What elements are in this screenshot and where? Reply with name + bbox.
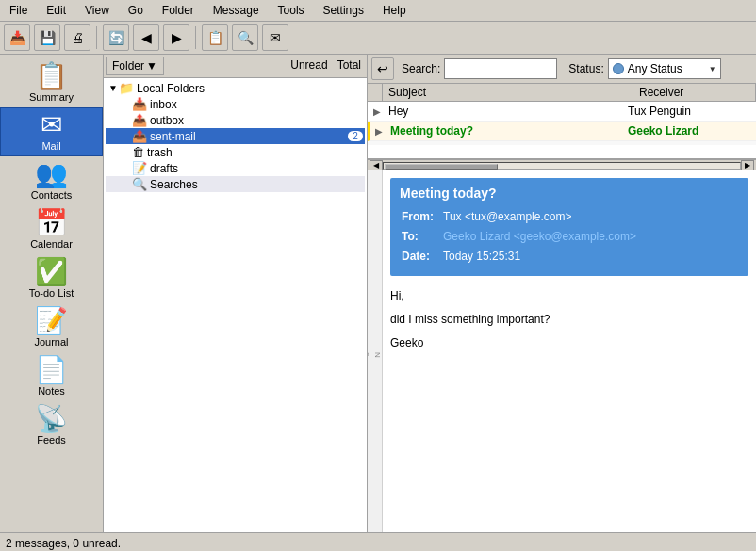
sidebar-label-journal: Journal (34, 336, 68, 348)
tree-item-inbox[interactable]: 📥 inbox (106, 96, 365, 112)
tree-label-trash: trash (147, 146, 363, 159)
sidebar-item-notes[interactable]: 📄 Notes (0, 352, 103, 401)
tb-compose[interactable]: ✉ (262, 24, 288, 51)
status-text: Any Status (628, 62, 705, 75)
tree-label-inbox: inbox (150, 98, 363, 111)
tree-outbox-icon: 📤 (132, 113, 147, 127)
tree-label-searches: Searches (150, 178, 363, 191)
sidebar-item-mail[interactable]: ✉ Mail (0, 107, 103, 156)
tree-item-sent-mail[interactable]: 📤 sent-mail 2 (106, 128, 365, 144)
todo-icon: ✅ (35, 259, 68, 285)
tree-trash-icon: 🗑 (132, 145, 144, 159)
menu-folder[interactable]: Folder (156, 2, 200, 19)
tree-searches-icon: 🔍 (132, 177, 147, 191)
menu-help[interactable]: Help (377, 2, 412, 19)
tree-item-searches[interactable]: 🔍 Searches (106, 176, 365, 192)
folder-tree: ▼ 📁 Local Folders 📥 inbox 📤 outbox - - (104, 78, 367, 532)
statusbar: 2 messages, 0 unread. (0, 532, 756, 551)
tree-item-local-folders[interactable]: ▼ 📁 Local Folders (106, 80, 365, 96)
sidebar-label-feeds: Feeds (37, 434, 66, 446)
status-dropdown-icon: ▼ (709, 65, 716, 73)
email-body: Hi, did I miss something important? Geek… (390, 284, 748, 363)
summary-icon: 📋 (35, 63, 68, 89)
sidebar-label-mail: Mail (41, 140, 60, 152)
message-list-spacer (368, 141, 756, 145)
menu-message[interactable]: Message (207, 2, 265, 19)
to-value: Geeko Lizard <geeko@example.com> (443, 228, 737, 246)
tree-inbox-icon: 📥 (132, 97, 147, 111)
tb-back[interactable]: ◀ (133, 24, 159, 51)
tree-label-sent-mail: sent-mail (150, 130, 344, 143)
menu-settings[interactable]: Settings (318, 2, 370, 19)
email-title: Meeting today? (400, 186, 739, 201)
menu-view[interactable]: View (79, 2, 115, 19)
body-line-1: Hi, (390, 287, 748, 305)
tree-item-outbox[interactable]: 📤 outbox - - (106, 112, 365, 128)
folder-col-total: Total (334, 57, 365, 75)
sent-mail-badge: 2 (348, 131, 363, 141)
journal-icon: 📝 (35, 308, 68, 334)
tree-expand-icon[interactable]: ▼ (107, 83, 119, 93)
sidebar-item-todo[interactable]: ✅ To-do List (0, 254, 103, 303)
tree-label-drafts: drafts (150, 162, 363, 175)
sidebar-item-journal[interactable]: 📝 Journal (0, 303, 103, 352)
tree-label-local-folders: Local Folders (137, 82, 363, 95)
toolbar-separator-2 (195, 26, 196, 49)
hscroll-right-btn[interactable]: ▶ (741, 160, 754, 171)
message-list: Subject Receiver ▶ Hey Tux Penguin ▶ Mee… (368, 84, 756, 159)
ml-col-indicator (368, 84, 383, 101)
tb-clipboard[interactable]: 📋 (202, 24, 228, 51)
tree-drafts-icon: 📝 (132, 161, 147, 175)
date-label: Date: (402, 248, 441, 266)
menu-go[interactable]: Go (123, 2, 149, 19)
from-value: Tux <tux@example.com> (443, 208, 737, 226)
message-row-2[interactable]: ▶ Meeting today? Geeko Lizard (368, 122, 756, 141)
message-row-1[interactable]: ▶ Hey Tux Penguin (368, 102, 756, 122)
feeds-icon: 📡 (35, 406, 68, 432)
hscroll-thumb[interactable] (385, 164, 498, 170)
message-preview-wrapper: N o H T M L M e s s a Meeting today? (368, 170, 756, 532)
status-label: Status: (568, 62, 603, 75)
message-list-header: Subject Receiver (368, 84, 756, 102)
tb-refresh[interactable]: 🔄 (103, 24, 129, 51)
menu-edit[interactable]: Edit (41, 2, 72, 19)
menu-file[interactable]: File (4, 2, 33, 19)
horizontal-scrollbar[interactable]: ◀ ▶ (368, 159, 756, 170)
sidebar-item-summary[interactable]: 📋 Summary (0, 58, 103, 107)
folder-col-unread: Unread (287, 57, 331, 75)
sidebar-item-contacts[interactable]: 👥 Contacts (0, 156, 103, 205)
menu-tools[interactable]: Tools (272, 2, 310, 19)
statusbar-text: 2 messages, 0 unread. (6, 537, 121, 550)
msg-indicator-2: ▶ (375, 126, 390, 137)
tree-label-outbox: outbox (150, 114, 331, 127)
folder-dropdown-btn[interactable]: Folder ▼ (106, 57, 164, 75)
sidebar: 📋 Summary ✉ Mail 👥 Contacts 📅 Calendar ✅… (0, 55, 104, 532)
status-select[interactable]: Any Status ▼ (608, 58, 721, 79)
search-input[interactable] (444, 58, 557, 79)
folder-label: Folder (112, 59, 144, 73)
body-line-2: did I miss something important? (390, 311, 748, 329)
folder-header: Folder ▼ Unread Total (104, 55, 367, 78)
message-preview: Meeting today? From: Tux <tux@example.co… (383, 170, 756, 532)
hscroll-track[interactable] (383, 162, 741, 170)
sidebar-item-feeds[interactable]: 📡 Feeds (0, 401, 103, 450)
email-meta: From: Tux <tux@example.com> To: Geeko Li… (400, 206, 739, 268)
tree-item-trash[interactable]: 🗑 trash (106, 144, 365, 160)
tb-forward[interactable]: ▶ (163, 24, 189, 51)
ml-col-subject[interactable]: Subject (383, 84, 633, 101)
tb-print[interactable]: 🖨 (64, 24, 90, 51)
ml-col-receiver[interactable]: Receiver (633, 84, 756, 101)
tb-search[interactable]: 🔍 (232, 24, 258, 51)
hscroll-left-btn[interactable]: ◀ (370, 160, 383, 171)
tb-save[interactable]: 💾 (34, 24, 60, 51)
calendar-icon: 📅 (35, 210, 68, 236)
msg-subject-1: Hey (388, 105, 628, 118)
toolbar: 📥 💾 🖨 🔄 ◀ ▶ 📋 🔍 ✉ (0, 22, 756, 55)
tree-item-drafts[interactable]: 📝 drafts (106, 160, 365, 176)
to-label: To: (402, 228, 441, 246)
tb-get-mail[interactable]: 📥 (4, 24, 30, 51)
date-value: Today 15:25:31 (443, 248, 737, 266)
right-panel: ↩ Search: Status: Any Status ▼ Subject R… (368, 55, 756, 532)
sidebar-item-calendar[interactable]: 📅 Calendar (0, 205, 103, 254)
email-action-btn[interactable]: ↩ (371, 57, 394, 80)
